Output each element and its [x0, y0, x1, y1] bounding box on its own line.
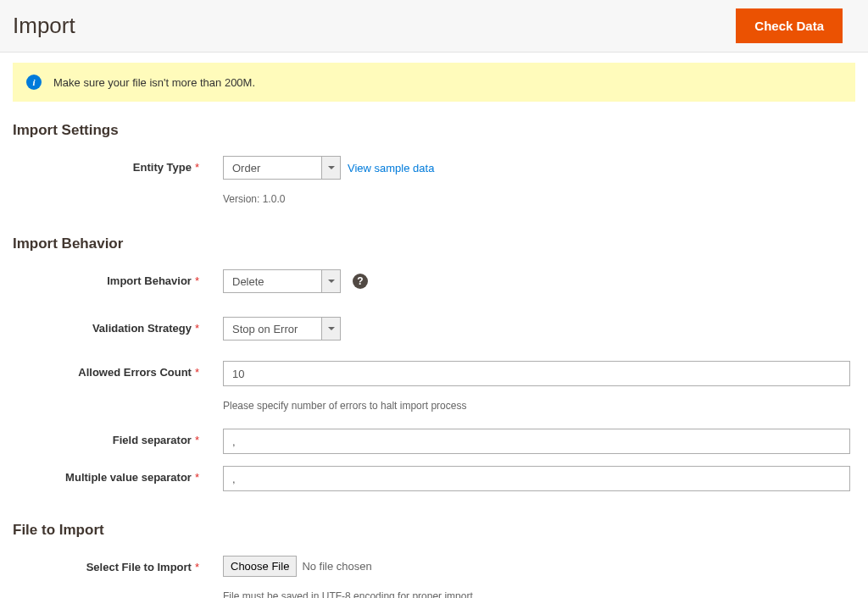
label-multi-separator: Multiple value separator [65, 471, 192, 484]
required-mark: * [195, 434, 199, 446]
page-header: Import Check Data [0, 0, 868, 53]
hint-errors-count: Please specify number of errors to halt … [223, 400, 850, 412]
section-import-settings: Import Settings Entity Type* Order View … [0, 102, 868, 205]
section-title: Import Behavior [13, 235, 855, 252]
notice-banner: i Make sure your file isn't more than 20… [13, 63, 855, 102]
section-file-to-import: File to Import Select File to Import* Ch… [0, 501, 868, 598]
field-allowed-errors-count: Allowed Errors Count* Please specify num… [13, 361, 855, 412]
field-validation-strategy: Validation Strategy* Stop on Error [13, 317, 855, 341]
import-behavior-value[interactable]: Delete [223, 269, 321, 293]
validation-strategy-value[interactable]: Stop on Error [223, 317, 321, 341]
info-icon: i [26, 75, 42, 90]
import-behavior-select[interactable]: Delete [223, 269, 341, 293]
field-multiple-value-separator: Multiple value separator* [13, 466, 855, 491]
file-chosen-text: No file chosen [302, 560, 371, 573]
field-select-file: Select File to Import* Choose File No fi… [13, 556, 855, 598]
field-import-behavior: Import Behavior* Delete ? [13, 269, 855, 293]
required-mark: * [195, 161, 199, 174]
entity-type-select[interactable]: Order [223, 156, 341, 180]
file-input[interactable]: Choose File No file chosen [223, 556, 372, 577]
label-validation-strategy: Validation Strategy [92, 322, 192, 335]
section-title: Import Settings [13, 122, 855, 139]
entity-type-value[interactable]: Order [223, 156, 321, 180]
label-allowed-errors-count: Allowed Errors Count [78, 366, 192, 379]
view-sample-data-link[interactable]: View sample data [348, 162, 434, 174]
field-separator-input[interactable] [223, 429, 850, 454]
required-mark: * [195, 471, 199, 484]
choose-file-button[interactable]: Choose File [223, 556, 297, 577]
required-mark: * [195, 561, 199, 573]
field-entity-type: Entity Type* Order View sample data Vers… [13, 156, 855, 205]
required-mark: * [195, 322, 199, 335]
page-title: Import [13, 13, 75, 39]
label-select-file: Select File to Import [86, 561, 192, 573]
field-field-separator: Field separator* [13, 429, 855, 454]
label-field-separator: Field separator [113, 434, 192, 446]
notice-text: Make sure your file isn't more than 200M… [53, 76, 255, 89]
required-mark: * [195, 366, 199, 379]
multi-separator-input[interactable] [223, 466, 850, 491]
version-text: Version: 1.0.0 [223, 193, 850, 205]
section-import-behavior: Import Behavior Import Behavior* Delete … [0, 215, 868, 491]
label-import-behavior: Import Behavior [107, 274, 192, 287]
chevron-down-icon[interactable] [321, 317, 341, 341]
chevron-down-icon[interactable] [321, 156, 341, 180]
section-title: File to Import [13, 522, 855, 539]
help-icon[interactable]: ? [353, 274, 368, 289]
hint-file-encoding: File must be saved in UTF-8 encoding for… [223, 590, 850, 598]
chevron-down-icon[interactable] [321, 269, 341, 293]
check-data-button[interactable]: Check Data [736, 8, 843, 43]
allowed-errors-count-input[interactable] [223, 361, 850, 386]
required-mark: * [195, 274, 199, 287]
label-entity-type: Entity Type [133, 161, 192, 174]
validation-strategy-select[interactable]: Stop on Error [223, 317, 341, 341]
